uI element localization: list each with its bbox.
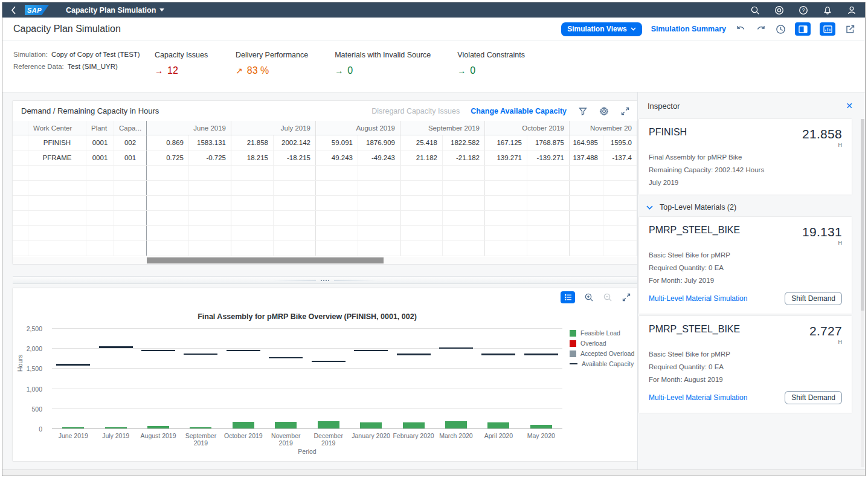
change-available-capacity-button[interactable]: Change Available Capacity [471, 107, 567, 115]
table-value-cell[interactable]: 167.125 [485, 135, 527, 150]
user-avatar-icon[interactable] [847, 5, 857, 15]
available-capacity-line[interactable] [141, 350, 175, 352]
table-value-cell[interactable]: 59.091 [316, 135, 358, 150]
table-value-cell[interactable]: 2002.142 [274, 135, 316, 150]
table-value-cell[interactable]: 1768.875 [527, 135, 570, 150]
available-capacity-line[interactable] [439, 347, 473, 349]
close-icon[interactable]: ✕ [846, 101, 853, 111]
copilot-icon[interactable] [774, 5, 784, 15]
table-value-cell[interactable]: 21.858 [231, 135, 274, 150]
column-header[interactable]: Capa... [114, 121, 147, 135]
table-cell[interactable]: PFRAME [28, 150, 86, 165]
back-icon[interactable] [11, 6, 16, 15]
settings-gear-icon[interactable] [599, 106, 609, 116]
chart-bar-feasible-load[interactable] [190, 427, 211, 428]
legend-item[interactable]: Accepted Overload [570, 350, 634, 357]
month-column-header[interactable]: September 2019 [400, 121, 485, 135]
vertical-scrollbar-thumb[interactable] [861, 119, 864, 311]
legend-item[interactable]: Overload [570, 340, 634, 347]
available-capacity-line[interactable] [397, 354, 431, 355]
table-value-cell[interactable]: -137.4 [603, 150, 637, 165]
chart-bar-feasible-load[interactable] [445, 421, 467, 428]
kpi-delivery-performance[interactable]: Delivery Performance ↗ 83 % [236, 51, 308, 92]
material-card[interactable]: PMRP_STEEL_BIKE 19.131 H Basic Steel Bik… [639, 217, 852, 314]
row-selector-cell[interactable] [13, 135, 28, 150]
table-value-cell[interactable]: 0.869 [147, 135, 189, 150]
column-header[interactable]: Plant [86, 121, 114, 135]
table-value-cell[interactable]: 18.215 [231, 150, 274, 165]
chart-bar-feasible-load[interactable] [275, 422, 297, 428]
splitter-handle[interactable] [13, 276, 637, 284]
table-value-cell[interactable]: -21.182 [443, 150, 485, 165]
chart-bar-feasible-load[interactable] [105, 427, 127, 428]
work-center-card[interactable]: PFINISH 21.858 H Final Assembly for pMRP… [639, 119, 852, 195]
table-value-cell[interactable]: 1595.0 [603, 135, 637, 150]
chart-bar-feasible-load[interactable] [403, 422, 425, 428]
shift-demand-button[interactable]: Shift Demand [785, 292, 842, 305]
table-value-cell[interactable]: -18.215 [274, 150, 316, 165]
table-value-cell[interactable]: 21.182 [400, 150, 443, 165]
multi-level-material-simulation-link[interactable]: Multi-Level Material Simulation [649, 393, 747, 402]
filter-icon[interactable] [577, 106, 588, 116]
history-clock-icon[interactable] [775, 24, 786, 34]
table-cell[interactable]: PFINISH [28, 135, 86, 150]
table-row[interactable]: PFRAME00010010.725-0.72518.215-18.21549.… [13, 150, 637, 166]
table-value-cell[interactable]: 49.243 [316, 150, 358, 165]
table-row[interactable]: PFINISH00010020.8691583.13121.8582002.14… [13, 135, 637, 150]
top-level-materials-section-toggle[interactable]: Top-Level Materials (2) [638, 197, 866, 217]
available-capacity-line[interactable] [269, 357, 303, 359]
chart-legend-toggle-button[interactable] [561, 291, 575, 303]
table-cell[interactable]: 0001 [86, 135, 114, 150]
table-value-cell[interactable]: 25.418 [400, 135, 443, 150]
simulation-views-button[interactable]: Simulation Views [561, 22, 641, 36]
table-cell[interactable]: 001 [114, 150, 147, 165]
available-capacity-line[interactable] [99, 346, 133, 348]
available-capacity-line[interactable] [312, 361, 346, 363]
notifications-bell-icon[interactable] [823, 5, 832, 15]
help-icon[interactable]: ? [799, 5, 808, 15]
shift-demand-button[interactable]: Shift Demand [785, 391, 842, 404]
table-value-cell[interactable]: 164.985 [570, 135, 603, 150]
column-header[interactable]: Work Center [28, 121, 86, 135]
table-cell[interactable]: 0001 [86, 150, 114, 165]
table-value-cell[interactable]: 0.725 [147, 150, 189, 165]
legend-item[interactable]: Feasible Load [570, 329, 634, 337]
legend-item[interactable]: Available Capacity [570, 360, 634, 367]
horizontal-scrollbar[interactable] [13, 257, 637, 264]
chart-bar-feasible-load[interactable] [487, 422, 509, 428]
available-capacity-line[interactable] [227, 350, 260, 352]
table-value-cell[interactable]: 1876.909 [358, 135, 400, 150]
undo-icon[interactable] [735, 24, 746, 34]
toggle-inspector-panel-button[interactable] [795, 22, 811, 36]
chart-fullscreen-icon[interactable] [621, 292, 631, 303]
simulation-summary-button[interactable]: Simulation Summary [651, 25, 726, 33]
kpi-violated-constraints[interactable]: Violated Constraints → 0 [457, 51, 525, 92]
table-value-cell[interactable]: 1583.131 [189, 135, 231, 150]
table-value-cell[interactable]: 139.271 [485, 150, 527, 165]
month-column-header[interactable]: November 20 [570, 121, 637, 135]
search-icon[interactable] [750, 5, 760, 15]
table-fullscreen-icon[interactable] [620, 106, 630, 116]
available-capacity-line[interactable] [354, 350, 388, 352]
horizontal-scrollbar-thumb[interactable] [147, 257, 384, 263]
zoom-in-icon[interactable] [583, 292, 594, 303]
toggle-chart-panel-button[interactable] [820, 22, 835, 36]
multi-level-material-simulation-link[interactable]: Multi-Level Material Simulation [649, 294, 747, 303]
material-card[interactable]: PMRP_STEEL_BIKE 2.727 H Basic Steel Bike… [639, 316, 852, 413]
redo-icon[interactable] [755, 24, 766, 34]
available-capacity-line[interactable] [184, 354, 217, 355]
chart-bar-feasible-load[interactable] [147, 426, 169, 428]
available-capacity-line[interactable] [56, 364, 90, 366]
chart-bar-feasible-load[interactable] [360, 422, 382, 428]
kpi-capacity-issues[interactable]: Capacity Issues → 12 [155, 51, 209, 92]
month-column-header[interactable]: June 2019 [147, 121, 231, 135]
available-capacity-line[interactable] [481, 354, 515, 355]
table-value-cell[interactable]: -0.725 [189, 150, 231, 165]
kpi-materials-invalid-source[interactable]: Materials with Invalid Source → 0 [335, 51, 431, 92]
table-value-cell[interactable]: 1822.582 [443, 135, 485, 150]
app-title-menu[interactable]: Capacity Plan Simulation [66, 6, 164, 15]
chart-bar-feasible-load[interactable] [62, 427, 84, 428]
table-value-cell[interactable]: -139.271 [527, 150, 570, 165]
chart-bar-feasible-load[interactable] [233, 422, 254, 428]
vertical-scrollbar[interactable] [861, 119, 864, 467]
